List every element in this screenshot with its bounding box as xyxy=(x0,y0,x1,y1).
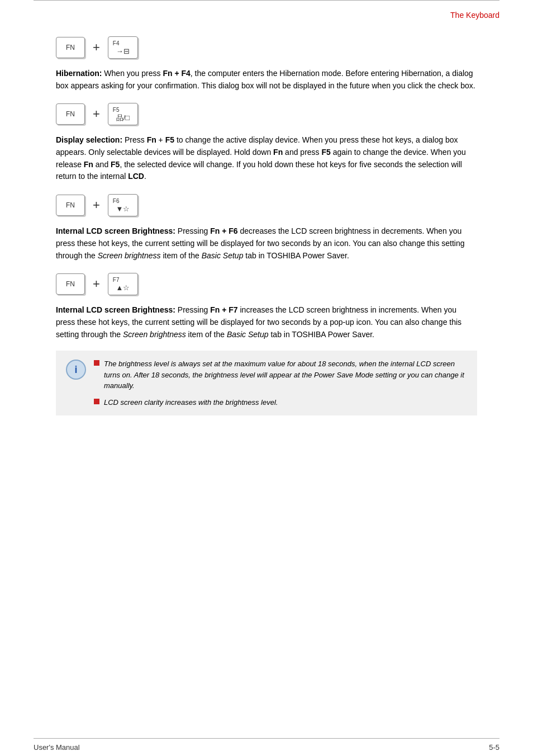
fn-f4-para: Hibernation: When you press Fn + F4, the… xyxy=(56,68,477,92)
key-row-fn-f5: FN + F5 品/□ xyxy=(56,103,477,125)
key-row-fn-f6: FN + F6 ▼☆ xyxy=(56,194,477,216)
fn-key: FN xyxy=(56,37,85,58)
plus-sign-3: + xyxy=(93,198,100,212)
fn-f6-bold: Fn + F6 xyxy=(210,226,237,235)
info-icon: i xyxy=(66,360,86,380)
footer-right: 5-5 xyxy=(489,743,499,752)
fn-f6-para: Internal LCD screen Brightness: Pressing… xyxy=(56,225,477,262)
page-title: The Keyboard xyxy=(450,11,499,20)
fn-key-label-3: FN xyxy=(66,201,75,209)
f7-key: F7 ▲☆ xyxy=(108,273,138,295)
f4-key: F4 →⊟ xyxy=(108,36,138,59)
brightness-down-heading: Internal LCD screen Brightness: xyxy=(56,226,175,235)
fn-key-label-2: FN xyxy=(66,110,75,118)
fn-f4-bold: Fn + F4 xyxy=(163,69,190,78)
basic-setup-italic: Basic Setup xyxy=(202,251,244,260)
fn-key-4: FN xyxy=(56,273,85,295)
bullet-1 xyxy=(94,360,99,366)
f5-bold-3: F5 xyxy=(111,160,120,169)
fn-key-3: FN xyxy=(56,195,85,216)
f7-label: F7 xyxy=(113,277,120,283)
f4-icon: →⊟ xyxy=(116,48,130,55)
f4-label: F4 xyxy=(113,41,120,46)
brightness-up-heading: Internal LCD screen Brightness: xyxy=(56,305,175,314)
hibernation-heading: Hibernation: xyxy=(56,69,102,78)
fn-f7-bold: Fn + F7 xyxy=(210,305,237,314)
f5-bold-2: F5 xyxy=(321,148,330,157)
plus-sign-4: + xyxy=(93,277,100,291)
fn-key-2: FN xyxy=(56,103,85,125)
page-footer: User's Manual 5-5 xyxy=(34,738,499,756)
info-text-1: The brightness level is always set at th… xyxy=(104,358,467,391)
info-item-1: The brightness level is always set at th… xyxy=(94,358,467,391)
fn-bold-3: Fn xyxy=(84,160,93,169)
plus-sign-2: + xyxy=(93,107,100,121)
f5-icon: 品/□ xyxy=(116,114,130,121)
f6-key: F6 ▼☆ xyxy=(108,194,138,216)
f7-icon: ▲☆ xyxy=(116,284,130,291)
fn-key-label: FN xyxy=(66,44,75,51)
basic-setup-italic-2: Basic Setup xyxy=(227,330,269,339)
fn-bold-2: Fn xyxy=(273,148,283,157)
f5-bold: F5 xyxy=(165,135,174,144)
fn-f5-para: Display selection: Press Fn + F5 to chan… xyxy=(56,134,477,183)
plus-sign-1: + xyxy=(93,40,100,55)
f5-label: F5 xyxy=(113,107,120,113)
key-row-fn-f4: FN + F4 →⊟ xyxy=(56,36,477,59)
fn-f7-para: Internal LCD screen Brightness: Pressing… xyxy=(56,304,477,341)
page-container: The Keyboard FN + F4 →⊟ Hibernation: Whe… xyxy=(0,0,533,756)
info-text-2: LCD screen clarity increases with the br… xyxy=(104,397,278,408)
info-item-2: LCD screen clarity increases with the br… xyxy=(94,397,467,408)
top-rule xyxy=(34,0,499,5)
bullet-2 xyxy=(94,399,99,404)
fn-key-label-4: FN xyxy=(66,280,75,288)
screen-brightness-italic-2: Screen brightness xyxy=(123,330,186,339)
key-row-fn-f7: FN + F7 ▲☆ xyxy=(56,273,477,295)
info-list: The brightness level is always set at th… xyxy=(94,358,467,408)
footer-left: User's Manual xyxy=(34,743,80,752)
screen-brightness-italic: Screen brightness xyxy=(98,251,161,260)
fn-bold: Fn xyxy=(147,135,156,144)
f5-key: F5 品/□ xyxy=(108,103,138,125)
display-selection-heading: Display selection: xyxy=(56,135,122,144)
lcd-bold: LCD xyxy=(128,172,144,181)
f6-label: F6 xyxy=(113,199,120,204)
main-content: FN + F4 →⊟ Hibernation: When you press F… xyxy=(0,20,533,449)
page-header: The Keyboard xyxy=(0,5,533,20)
info-box: i The brightness level is always set at … xyxy=(56,351,477,415)
f6-icon: ▼☆ xyxy=(116,205,130,212)
